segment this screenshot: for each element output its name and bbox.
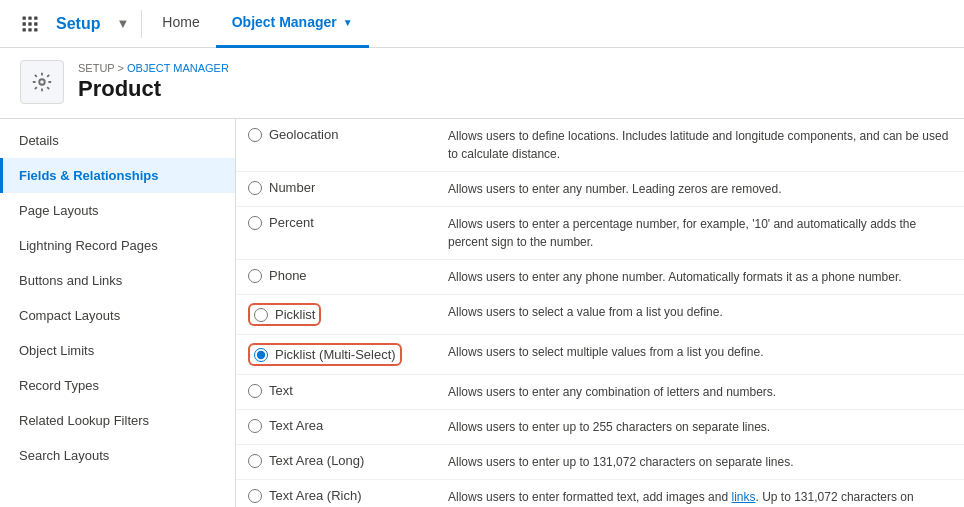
- field-type-label[interactable]: Geolocation: [248, 127, 424, 142]
- field-type-description: Allows users to enter any combination of…: [436, 375, 964, 410]
- field-type-label[interactable]: Text Area (Long): [248, 453, 424, 468]
- field-type-radio[interactable]: [248, 454, 262, 468]
- svg-rect-8: [34, 28, 37, 31]
- sidebar-item-fields-relationships[interactable]: Fields & Relationships: [0, 158, 235, 193]
- apps-icon[interactable]: [12, 6, 48, 42]
- breadcrumb: SETUP > OBJECT MANAGER: [78, 62, 229, 74]
- field-type-description: Allows users to select a value from a li…: [436, 295, 964, 335]
- field-type-radio[interactable]: [248, 489, 262, 503]
- sidebar-item-object-limits[interactable]: Object Limits: [0, 333, 235, 368]
- svg-rect-6: [23, 28, 26, 31]
- nav-tab-home[interactable]: Home: [146, 0, 215, 48]
- object-manager-chevron: ▼: [343, 17, 353, 28]
- field-type-label[interactable]: Percent: [248, 215, 424, 230]
- table-row: PicklistAllows users to select a value f…: [236, 295, 964, 335]
- page-title: Product: [78, 76, 229, 102]
- table-row: Text Area (Long)Allows users to enter up…: [236, 445, 964, 480]
- table-row: PercentAllows users to enter a percentag…: [236, 207, 964, 260]
- sidebar-item-buttons-links[interactable]: Buttons and Links: [0, 263, 235, 298]
- sidebar-item-search-layouts[interactable]: Search Layouts: [0, 438, 235, 473]
- table-row: TextAllows users to enter any combinatio…: [236, 375, 964, 410]
- field-type-radio[interactable]: [248, 216, 262, 230]
- svg-rect-0: [23, 16, 26, 19]
- field-type-content: GeolocationAllows users to define locati…: [236, 119, 964, 507]
- field-type-label[interactable]: Text Area: [248, 418, 424, 433]
- page-header: SETUP > OBJECT MANAGER Product: [0, 48, 964, 119]
- field-type-radio[interactable]: [254, 348, 268, 362]
- field-type-radio[interactable]: [248, 384, 262, 398]
- top-navigation: Setup ▼ Home Object Manager ▼: [0, 0, 964, 48]
- field-type-label[interactable]: Text Area (Rich): [248, 488, 424, 503]
- sidebar-item-compact-layouts[interactable]: Compact Layouts: [0, 298, 235, 333]
- sidebar-item-lightning-record-pages[interactable]: Lightning Record Pages: [0, 228, 235, 263]
- field-type-description: Allows users to select multiple values f…: [436, 335, 964, 375]
- field-type-label[interactable]: Text: [248, 383, 424, 398]
- svg-rect-5: [34, 22, 37, 25]
- field-type-table: GeolocationAllows users to define locati…: [236, 119, 964, 507]
- table-row: Text Area (Rich)Allows users to enter fo…: [236, 480, 964, 508]
- header-icon: [20, 60, 64, 104]
- nav-tab-object-manager[interactable]: Object Manager ▼: [216, 0, 369, 48]
- svg-rect-2: [34, 16, 37, 19]
- svg-rect-3: [23, 22, 26, 25]
- svg-rect-1: [28, 16, 31, 19]
- sidebar-item-page-layouts[interactable]: Page Layouts: [0, 193, 235, 228]
- nav-brand-chevron[interactable]: ▼: [116, 16, 129, 31]
- table-row: Text AreaAllows users to enter up to 255…: [236, 410, 964, 445]
- breadcrumb-object-manager-link[interactable]: OBJECT MANAGER: [127, 62, 229, 74]
- highlight-box: Picklist (Multi-Select): [248, 343, 402, 366]
- nav-brand[interactable]: Setup: [56, 15, 100, 33]
- sidebar-item-details[interactable]: Details: [0, 123, 235, 158]
- field-type-label[interactable]: Picklist: [254, 307, 315, 322]
- table-row: PhoneAllows users to enter any phone num…: [236, 260, 964, 295]
- svg-point-9: [39, 79, 45, 85]
- sidebar-item-related-lookup-filters[interactable]: Related Lookup Filters: [0, 403, 235, 438]
- field-type-description: Allows users to enter up to 255 characte…: [436, 410, 964, 445]
- sidebar: Details Fields & Relationships Page Layo…: [0, 119, 236, 507]
- main-container: Details Fields & Relationships Page Layo…: [0, 119, 964, 507]
- field-type-radio[interactable]: [248, 419, 262, 433]
- field-type-label[interactable]: Number: [248, 180, 424, 195]
- field-type-description: Allows users to enter a percentage numbe…: [436, 207, 964, 260]
- field-type-description: Allows users to define locations. Includ…: [436, 119, 964, 172]
- svg-rect-7: [28, 28, 31, 31]
- field-type-description: Allows users to enter any number. Leadin…: [436, 172, 964, 207]
- highlight-box: Picklist: [248, 303, 321, 326]
- nav-divider: [141, 10, 142, 38]
- field-type-radio[interactable]: [248, 128, 262, 142]
- field-type-radio[interactable]: [254, 308, 268, 322]
- table-row: GeolocationAllows users to define locati…: [236, 119, 964, 172]
- table-row: Picklist (Multi-Select)Allows users to s…: [236, 335, 964, 375]
- field-type-description: Allows users to enter formatted text, ad…: [436, 480, 964, 508]
- header-text: SETUP > OBJECT MANAGER Product: [78, 62, 229, 102]
- field-type-description: Allows users to enter up to 131,072 char…: [436, 445, 964, 480]
- field-type-label[interactable]: Picklist (Multi-Select): [254, 347, 396, 362]
- svg-rect-4: [28, 22, 31, 25]
- table-row: NumberAllows users to enter any number. …: [236, 172, 964, 207]
- field-type-radio[interactable]: [248, 181, 262, 195]
- field-type-description: Allows users to enter any phone number. …: [436, 260, 964, 295]
- field-type-label[interactable]: Phone: [248, 268, 424, 283]
- field-type-radio[interactable]: [248, 269, 262, 283]
- sidebar-item-record-types[interactable]: Record Types: [0, 368, 235, 403]
